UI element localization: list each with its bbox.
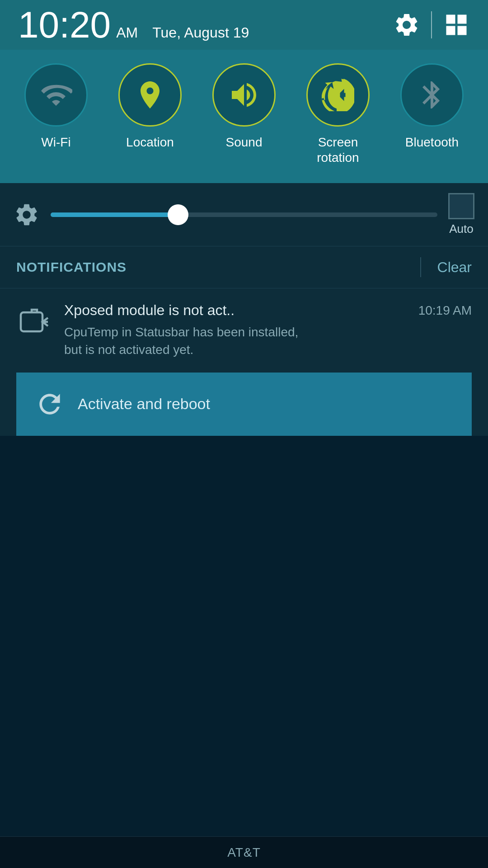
wifi-icon bbox=[40, 79, 72, 111]
sound-icon bbox=[228, 79, 260, 111]
notification-title: Xposed module is not act.. bbox=[64, 302, 235, 319]
toggle-location-circle[interactable] bbox=[118, 63, 182, 127]
clear-notifications-button[interactable]: Clear bbox=[437, 259, 472, 276]
toggle-location-label: Location bbox=[126, 135, 174, 150]
status-icons bbox=[393, 11, 470, 38]
svg-rect-0 bbox=[21, 312, 42, 331]
quick-toggles-panel: Wi-Fi Location Sound Screenrotation bbox=[0, 50, 488, 183]
grid-icon[interactable] bbox=[443, 11, 470, 38]
empty-notification-area bbox=[0, 436, 488, 868]
bottom-bar: AT&T bbox=[0, 836, 488, 868]
time-display: 10:20 bbox=[18, 6, 111, 43]
toggle-wifi-label: Wi-Fi bbox=[41, 135, 70, 150]
toggle-bluetooth-circle[interactable] bbox=[400, 63, 464, 127]
toggle-sound[interactable]: Sound bbox=[208, 63, 280, 150]
notification-title-row: Xposed module is not act.. 10:19 AM bbox=[64, 302, 472, 319]
notification-timestamp: 10:19 AM bbox=[418, 303, 472, 318]
brightness-settings-icon[interactable] bbox=[14, 202, 40, 228]
toggle-wifi-circle[interactable] bbox=[24, 63, 88, 127]
toggle-bluetooth-label: Bluetooth bbox=[405, 135, 459, 150]
settings-icon[interactable] bbox=[393, 11, 420, 38]
notifications-header: NOTIFICATIONS Clear bbox=[0, 246, 488, 288]
bluetooth-icon bbox=[416, 79, 448, 111]
toggle-bluetooth[interactable]: Bluetooth bbox=[396, 63, 468, 150]
xposed-app-icon bbox=[18, 306, 51, 338]
activate-reboot-button[interactable]: Activate and reboot bbox=[16, 373, 472, 436]
toggle-rotation-circle[interactable] bbox=[306, 63, 370, 127]
brightness-thumb[interactable] bbox=[168, 204, 188, 225]
notification-card: Xposed module is not act.. 10:19 AM CpuT… bbox=[0, 288, 488, 435]
time-ampm: AM bbox=[116, 24, 138, 41]
notification-body: CpuTemp in Statusbar has been installed,… bbox=[64, 323, 472, 359]
brightness-fill bbox=[51, 212, 178, 217]
screen-rotation-icon bbox=[322, 79, 354, 111]
refresh-icon bbox=[34, 389, 65, 420]
toggle-wifi[interactable]: Wi-Fi bbox=[20, 63, 92, 150]
notifications-title: NOTIFICATIONS bbox=[16, 259, 420, 275]
toggle-sound-circle[interactable] bbox=[212, 63, 276, 127]
toggle-screen-rotation[interactable]: Screenrotation bbox=[302, 63, 374, 165]
notification-body-line1: CpuTemp in Statusbar has been installed, bbox=[64, 325, 298, 339]
brightness-bar: Auto bbox=[0, 183, 488, 246]
auto-brightness-container[interactable]: Auto bbox=[448, 193, 474, 236]
carrier-label: AT&T bbox=[227, 845, 260, 860]
notification-main: Xposed module is not act.. 10:19 AM CpuT… bbox=[16, 302, 472, 372]
notification-body-line2: but is not activated yet. bbox=[64, 343, 193, 357]
toggle-location[interactable]: Location bbox=[114, 63, 186, 150]
toggle-rotation-label: Screenrotation bbox=[317, 135, 359, 165]
date-display: Tue, August 19 bbox=[152, 24, 249, 41]
header-divider bbox=[420, 257, 421, 277]
location-icon bbox=[134, 79, 166, 111]
time-container: 10:20 AM Tue, August 19 bbox=[18, 6, 249, 43]
auto-brightness-checkbox[interactable] bbox=[448, 193, 474, 219]
notification-app-icon bbox=[16, 304, 52, 340]
auto-brightness-label: Auto bbox=[449, 222, 474, 236]
status-divider bbox=[431, 11, 432, 38]
status-bar: 10:20 AM Tue, August 19 bbox=[0, 0, 488, 50]
notification-text-content: Xposed module is not act.. 10:19 AM CpuT… bbox=[64, 302, 472, 359]
activate-reboot-label: Activate and reboot bbox=[78, 395, 210, 413]
toggle-sound-label: Sound bbox=[226, 135, 263, 150]
brightness-slider[interactable] bbox=[51, 212, 437, 217]
